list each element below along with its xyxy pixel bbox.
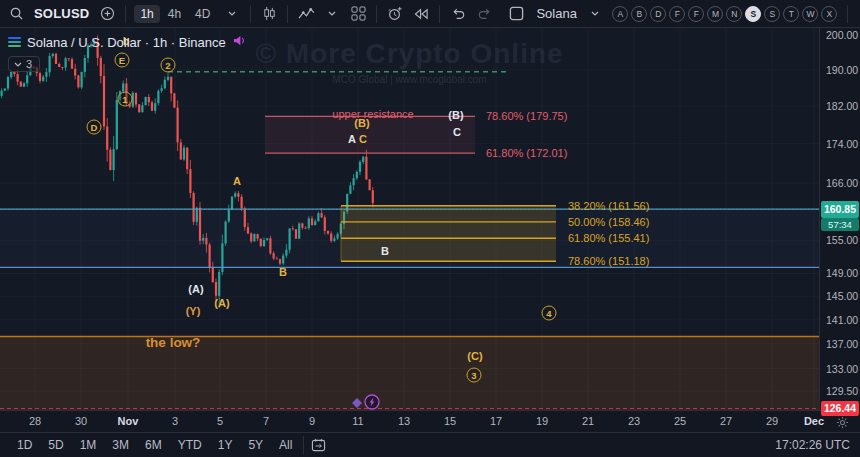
symbol-button[interactable]: SOLUSD bbox=[32, 6, 91, 21]
toolbar-divider bbox=[303, 436, 304, 454]
redo-icon[interactable] bbox=[474, 3, 494, 25]
object-tree-collapse-button[interactable]: 3 bbox=[8, 56, 40, 72]
wave-label-a-14[interactable]: (A) bbox=[214, 297, 229, 309]
fib-level-50.00%[interactable]: 50.00% (158.46) bbox=[568, 216, 649, 228]
chart-pane[interactable]: © More Crypto Online MCO Global | www.mc… bbox=[0, 28, 819, 410]
time-axis[interactable]: 2830Nov357911131517192123252729Dec bbox=[0, 410, 860, 432]
symbol-search-icon[interactable] bbox=[6, 3, 26, 25]
go-to-date-calendar-icon[interactable] bbox=[308, 434, 328, 456]
time-tick-13: 13 bbox=[398, 415, 410, 427]
utc-clock[interactable]: 17:02:26 UTC bbox=[775, 438, 850, 452]
wave-label-4-16[interactable]: 4 bbox=[542, 306, 557, 321]
range-button-1d[interactable]: 1D bbox=[10, 436, 39, 454]
wave-label-3-18[interactable]: 3 bbox=[467, 368, 482, 383]
time-tick-11: 11 bbox=[352, 415, 363, 427]
watchlist-letter-t-9[interactable]: T bbox=[783, 6, 799, 22]
price-tick-166.00: 166.00 bbox=[826, 177, 858, 189]
range-button-all[interactable]: All bbox=[272, 436, 299, 454]
bar-replay-icon[interactable] bbox=[411, 3, 431, 25]
watchlist-letter-s-8[interactable]: S bbox=[764, 6, 780, 22]
price-tick-190.00: 190.00 bbox=[826, 64, 858, 76]
wave-label-c-8[interactable]: C bbox=[359, 133, 367, 145]
watchlist-letter-n-6[interactable]: N bbox=[726, 6, 742, 22]
watchlist-letter-a-0[interactable]: A bbox=[612, 6, 628, 22]
indicators-icon[interactable] bbox=[296, 3, 316, 25]
watchlist-letter-m-5[interactable]: M bbox=[707, 6, 723, 22]
interval-switcher: 1h4h4D bbox=[134, 5, 216, 23]
range-button-6m[interactable]: 6M bbox=[138, 436, 169, 454]
price-axis[interactable]: 160.85 57:34 126.44 200.00190.00182.0017… bbox=[819, 28, 860, 410]
interval-button-4h[interactable]: 4h bbox=[162, 5, 187, 23]
wave-label-c-17[interactable]: (C) bbox=[467, 350, 482, 362]
toolbar-divider bbox=[376, 5, 377, 23]
time-tick-15: 15 bbox=[444, 415, 456, 427]
time-tick-17: 17 bbox=[490, 415, 502, 427]
time-tick-7: 7 bbox=[263, 415, 269, 427]
wave-label-d-4[interactable]: D bbox=[87, 120, 102, 135]
alert-icon[interactable] bbox=[385, 3, 405, 25]
wave-label-b-11[interactable]: B bbox=[279, 266, 287, 278]
wave-label-a-5[interactable]: A bbox=[233, 175, 241, 187]
interval-dropdown-icon[interactable] bbox=[222, 3, 242, 25]
chart-style-icon[interactable] bbox=[259, 3, 279, 25]
flash-search-icon[interactable] bbox=[856, 3, 860, 25]
interval-button-1h[interactable]: 1h bbox=[134, 5, 159, 23]
watchlist-letter-s-7[interactable]: S bbox=[745, 6, 761, 22]
legend-title[interactable]: Solana / U.S. Dollar · 1h · Binance bbox=[27, 35, 226, 50]
indicators-dropdown-icon[interactable] bbox=[322, 3, 342, 25]
axis-settings-gear-icon[interactable] bbox=[836, 415, 849, 433]
wave-label-thelow-19[interactable]: the low? bbox=[146, 335, 201, 350]
resistance-fib-level-78.60%[interactable]: 78.60% (179.75) bbox=[486, 110, 567, 122]
wave-label-upperresistance-20[interactable]: upper resistance bbox=[332, 108, 413, 120]
fib-level-78.60%[interactable]: 78.60% (151.18) bbox=[568, 255, 649, 267]
wave-label-b-12[interactable]: B bbox=[381, 245, 389, 257]
watchlist-letter-x-11[interactable]: X bbox=[821, 6, 837, 22]
time-tick-25: 25 bbox=[674, 415, 686, 427]
time-tick-30: 30 bbox=[75, 415, 87, 427]
megaphone-icon[interactable] bbox=[232, 34, 246, 50]
range-button-3m[interactable]: 3M bbox=[105, 436, 136, 454]
wave-label-1-3[interactable]: 1 bbox=[118, 92, 133, 107]
watchlist-letter-f-4[interactable]: F bbox=[688, 6, 704, 22]
time-tick-19: 19 bbox=[536, 415, 548, 427]
watchlist-letter-f-3[interactable]: F bbox=[669, 6, 685, 22]
time-tick-9: 9 bbox=[309, 415, 315, 427]
bottom-toolbar: 1D5D1M3M6MYTD1Y5YAll 17:02:26 UTC bbox=[0, 432, 860, 457]
range-button-5d[interactable]: 5D bbox=[41, 436, 70, 454]
watchlist-letter-w-10[interactable]: W bbox=[802, 6, 818, 22]
watchlist-dropdown-icon[interactable] bbox=[585, 3, 605, 25]
range-button-ytd[interactable]: YTD bbox=[171, 436, 209, 454]
range-button-1y[interactable]: 1Y bbox=[211, 436, 240, 454]
fib-level-61.80%[interactable]: 61.80% (155.41) bbox=[568, 232, 649, 244]
undo-icon[interactable] bbox=[448, 3, 468, 25]
watchlist-letter-d-2[interactable]: D bbox=[650, 6, 666, 22]
interval-button-4D[interactable]: 4D bbox=[189, 5, 216, 23]
wave-label-b-9[interactable]: (B) bbox=[448, 109, 463, 121]
wave-label-c-10[interactable]: C bbox=[453, 126, 461, 138]
low-price-badge: 126.44 bbox=[821, 401, 859, 416]
price-tick-145.00: 145.00 bbox=[826, 290, 858, 302]
legend-source-icon[interactable] bbox=[8, 37, 21, 47]
wave-label-y-15[interactable]: (Y) bbox=[186, 305, 201, 317]
range-button-1m[interactable]: 1M bbox=[73, 436, 104, 454]
fib-level-38.20%[interactable]: 38.20% (161.56) bbox=[568, 200, 649, 212]
wave-label-a-13[interactable]: (A) bbox=[188, 283, 203, 295]
resistance-fib-level-61.80%[interactable]: 61.80% (172.01) bbox=[486, 147, 567, 159]
watchlist-name[interactable]: Solana bbox=[536, 6, 576, 21]
date-range-switcher: 1D5D1M3M6MYTD1Y5YAll bbox=[10, 436, 299, 454]
range-button-5y[interactable]: 5Y bbox=[241, 436, 270, 454]
templates-grid-icon[interactable] bbox=[348, 3, 368, 25]
multi-select-checkbox-icon[interactable] bbox=[506, 3, 526, 25]
price-tick-141.00: 141.00 bbox=[826, 314, 858, 326]
compare-add-icon[interactable] bbox=[97, 3, 117, 25]
drawing-set-buttons: ABDFFMNSSTWX bbox=[611, 6, 839, 22]
chart-legend: Solana / U.S. Dollar · 1h · Binance 3 bbox=[8, 34, 246, 72]
top-toolbar: SOLUSD 1h4h4D bbox=[0, 0, 860, 28]
watchlist-letter-b-1[interactable]: B bbox=[631, 6, 647, 22]
time-tick-29: 29 bbox=[766, 415, 778, 427]
wave-label-a-7[interactable]: A bbox=[348, 133, 356, 145]
toolbar-divider bbox=[287, 5, 288, 23]
current-price-badge: 160.85 bbox=[821, 201, 859, 218]
price-tick-182.00: 182.00 bbox=[826, 100, 858, 112]
time-tick-27: 27 bbox=[720, 415, 732, 427]
